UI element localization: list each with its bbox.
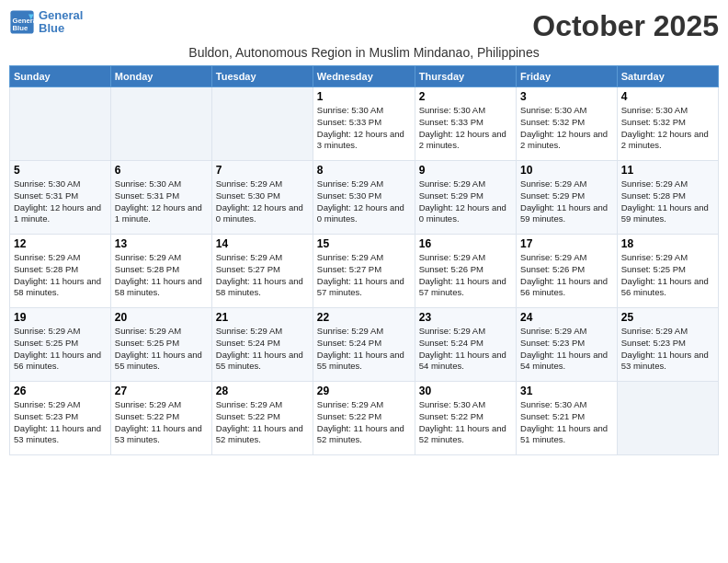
day-number: 11 [621, 164, 714, 177]
day-info: Sunrise: 5:29 AM Sunset: 5:29 PM Dayligh… [419, 178, 512, 225]
calendar-cell: 22Sunrise: 5:29 AM Sunset: 5:24 PM Dayli… [313, 308, 415, 382]
calendar-cell: 16Sunrise: 5:29 AM Sunset: 5:26 PM Dayli… [415, 235, 516, 308]
calendar-week-1: 1Sunrise: 5:30 AM Sunset: 5:33 PM Daylig… [10, 87, 719, 161]
weekday-sunday: Sunday [10, 66, 111, 87]
day-number: 4 [621, 90, 714, 103]
day-number: 12 [14, 237, 107, 250]
day-info: Sunrise: 5:29 AM Sunset: 5:26 PM Dayligh… [419, 252, 512, 299]
day-info: Sunrise: 5:29 AM Sunset: 5:24 PM Dayligh… [216, 326, 309, 373]
day-number: 31 [520, 385, 613, 397]
weekday-tuesday: Tuesday [211, 66, 313, 87]
calendar-cell: 18Sunrise: 5:29 AM Sunset: 5:25 PM Dayli… [617, 235, 718, 308]
day-info: Sunrise: 5:30 AM Sunset: 5:32 PM Dayligh… [520, 105, 613, 152]
calendar-cell: 26Sunrise: 5:29 AM Sunset: 5:23 PM Dayli… [10, 382, 111, 455]
day-number: 29 [317, 385, 411, 397]
calendar-cell: 31Sunrise: 5:30 AM Sunset: 5:21 PM Dayli… [517, 382, 618, 455]
day-info: Sunrise: 5:29 AM Sunset: 5:28 PM Dayligh… [115, 252, 208, 299]
calendar-cell: 4Sunrise: 5:30 AM Sunset: 5:32 PM Daylig… [617, 87, 718, 161]
day-info: Sunrise: 5:30 AM Sunset: 5:31 PM Dayligh… [14, 178, 107, 225]
calendar-cell: 6Sunrise: 5:30 AM Sunset: 5:31 PM Daylig… [110, 161, 211, 235]
weekday-header-row: SundayMondayTuesdayWednesdayThursdayFrid… [10, 66, 719, 87]
calendar-cell: 13Sunrise: 5:29 AM Sunset: 5:28 PM Dayli… [110, 235, 211, 308]
calendar-cell: 21Sunrise: 5:29 AM Sunset: 5:24 PM Dayli… [211, 308, 313, 382]
calendar-week-4: 19Sunrise: 5:29 AM Sunset: 5:25 PM Dayli… [10, 308, 719, 382]
day-info: Sunrise: 5:30 AM Sunset: 5:31 PM Dayligh… [115, 178, 208, 225]
day-info: Sunrise: 5:29 AM Sunset: 5:30 PM Dayligh… [317, 178, 411, 225]
day-info: Sunrise: 5:29 AM Sunset: 5:26 PM Dayligh… [520, 252, 613, 299]
calendar-cell: 5Sunrise: 5:30 AM Sunset: 5:31 PM Daylig… [10, 161, 111, 235]
day-number: 20 [115, 311, 208, 324]
calendar-cell: 17Sunrise: 5:29 AM Sunset: 5:26 PM Dayli… [517, 235, 618, 308]
calendar-cell: 14Sunrise: 5:29 AM Sunset: 5:27 PM Dayli… [211, 235, 313, 308]
calendar-cell: 12Sunrise: 5:29 AM Sunset: 5:28 PM Dayli… [10, 235, 111, 308]
day-number: 3 [520, 90, 613, 103]
day-number: 25 [621, 311, 714, 324]
logo-wordmark: General Blue [39, 9, 83, 36]
weekday-thursday: Thursday [415, 66, 516, 87]
calendar-cell [617, 382, 718, 455]
calendar-week-3: 12Sunrise: 5:29 AM Sunset: 5:28 PM Dayli… [10, 235, 719, 308]
day-info: Sunrise: 5:29 AM Sunset: 5:23 PM Dayligh… [621, 326, 714, 373]
day-info: Sunrise: 5:29 AM Sunset: 5:29 PM Dayligh… [520, 178, 613, 225]
calendar-cell: 24Sunrise: 5:29 AM Sunset: 5:23 PM Dayli… [517, 308, 618, 382]
day-info: Sunrise: 5:30 AM Sunset: 5:33 PM Dayligh… [317, 105, 411, 152]
calendar-cell: 28Sunrise: 5:29 AM Sunset: 5:22 PM Dayli… [211, 382, 313, 455]
day-info: Sunrise: 5:29 AM Sunset: 5:30 PM Dayligh… [216, 178, 309, 225]
calendar-cell: 10Sunrise: 5:29 AM Sunset: 5:29 PM Dayli… [517, 161, 618, 235]
day-number: 18 [621, 237, 714, 250]
day-info: Sunrise: 5:29 AM Sunset: 5:25 PM Dayligh… [14, 326, 107, 373]
day-number: 16 [419, 237, 512, 250]
day-number: 17 [520, 237, 613, 250]
calendar-cell: 9Sunrise: 5:29 AM Sunset: 5:29 PM Daylig… [415, 161, 516, 235]
logo-blue: Blue [39, 22, 83, 35]
day-number: 2 [419, 90, 512, 103]
day-info: Sunrise: 5:29 AM Sunset: 5:25 PM Dayligh… [115, 326, 208, 373]
calendar-cell [110, 87, 211, 161]
day-number: 27 [115, 385, 208, 397]
day-number: 22 [317, 311, 411, 324]
calendar-cell: 2Sunrise: 5:30 AM Sunset: 5:33 PM Daylig… [415, 87, 516, 161]
day-info: Sunrise: 5:29 AM Sunset: 5:22 PM Dayligh… [317, 399, 411, 446]
svg-text:Blue: Blue [13, 24, 28, 32]
day-info: Sunrise: 5:29 AM Sunset: 5:23 PM Dayligh… [520, 326, 613, 373]
calendar-week-5: 26Sunrise: 5:29 AM Sunset: 5:23 PM Dayli… [10, 382, 719, 455]
day-info: Sunrise: 5:29 AM Sunset: 5:28 PM Dayligh… [14, 252, 107, 299]
location-title: Buldon, Autonomous Region in Muslim Mind… [9, 45, 719, 60]
calendar-cell: 29Sunrise: 5:29 AM Sunset: 5:22 PM Dayli… [313, 382, 415, 455]
logo-icon: General Blue [9, 9, 35, 35]
weekday-friday: Friday [517, 66, 618, 87]
day-number: 7 [216, 164, 309, 177]
day-number: 19 [14, 311, 107, 324]
day-number: 13 [115, 237, 208, 250]
day-info: Sunrise: 5:29 AM Sunset: 5:22 PM Dayligh… [216, 399, 309, 446]
calendar-cell: 15Sunrise: 5:29 AM Sunset: 5:27 PM Dayli… [313, 235, 415, 308]
day-info: Sunrise: 5:29 AM Sunset: 5:25 PM Dayligh… [621, 252, 714, 299]
calendar-cell: 20Sunrise: 5:29 AM Sunset: 5:25 PM Dayli… [110, 308, 211, 382]
weekday-monday: Monday [110, 66, 211, 87]
calendar-body: 1Sunrise: 5:30 AM Sunset: 5:33 PM Daylig… [10, 87, 719, 455]
day-number: 1 [317, 90, 411, 103]
calendar-cell: 11Sunrise: 5:29 AM Sunset: 5:28 PM Dayli… [617, 161, 718, 235]
day-info: Sunrise: 5:29 AM Sunset: 5:24 PM Dayligh… [419, 326, 512, 373]
calendar-week-2: 5Sunrise: 5:30 AM Sunset: 5:31 PM Daylig… [10, 161, 719, 235]
day-number: 30 [419, 385, 512, 397]
day-number: 21 [216, 311, 309, 324]
calendar-cell: 3Sunrise: 5:30 AM Sunset: 5:32 PM Daylig… [517, 87, 618, 161]
day-number: 5 [14, 164, 107, 177]
month-title: October 2025 [532, 9, 719, 43]
top-row: General Blue General Blue October 2025 [9, 9, 719, 45]
calendar-cell: 30Sunrise: 5:30 AM Sunset: 5:22 PM Dayli… [415, 382, 516, 455]
calendar-cell [10, 87, 111, 161]
day-number: 26 [14, 385, 107, 397]
day-number: 6 [115, 164, 208, 177]
day-number: 24 [520, 311, 613, 324]
day-info: Sunrise: 5:29 AM Sunset: 5:23 PM Dayligh… [14, 399, 107, 446]
day-info: Sunrise: 5:30 AM Sunset: 5:33 PM Dayligh… [419, 105, 512, 152]
logo-general: General [39, 9, 83, 22]
day-info: Sunrise: 5:30 AM Sunset: 5:21 PM Dayligh… [520, 399, 613, 446]
day-number: 10 [520, 164, 613, 177]
calendar-cell: 7Sunrise: 5:29 AM Sunset: 5:30 PM Daylig… [211, 161, 313, 235]
day-info: Sunrise: 5:29 AM Sunset: 5:27 PM Dayligh… [317, 252, 411, 299]
day-number: 23 [419, 311, 512, 324]
calendar-header: SundayMondayTuesdayWednesdayThursdayFrid… [10, 66, 719, 87]
